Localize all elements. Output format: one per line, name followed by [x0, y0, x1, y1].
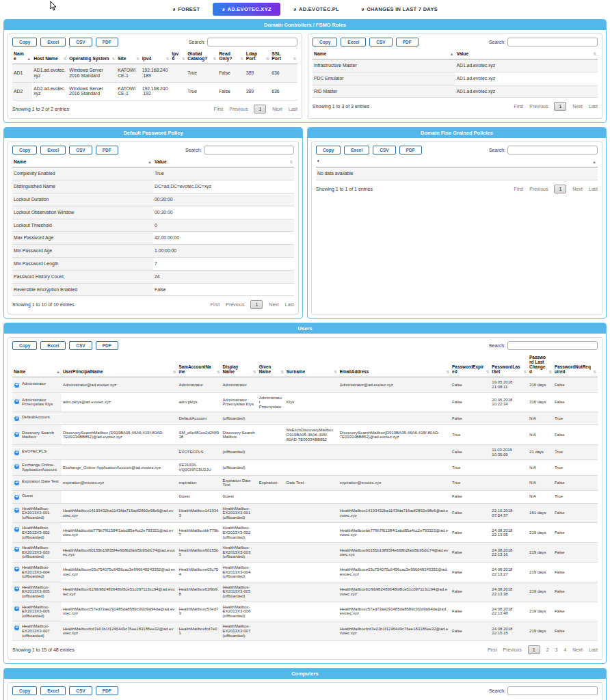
pdf-button[interactable]: PDF	[399, 146, 422, 154]
pagination-next[interactable]: Next	[572, 647, 582, 652]
pagination-previous[interactable]: Previous	[529, 104, 548, 109]
csv-button[interactable]: CSV	[369, 38, 392, 46]
column-header[interactable]: PasswordLastSet⇅	[490, 353, 528, 377]
excel-button[interactable]: Excel	[40, 686, 66, 695]
expand-row-icon[interactable]: +	[14, 507, 20, 513]
copy-button[interactable]: Copy	[12, 686, 37, 695]
expand-row-icon[interactable]: +	[14, 399, 20, 405]
search-input[interactable]	[507, 341, 598, 350]
pagination-page[interactable]: 1	[254, 105, 266, 113]
column-header[interactable]: Given Name⇅	[258, 353, 285, 377]
column-header[interactable]: PasswordNotRequired⇅	[553, 353, 598, 377]
pagination-next[interactable]: Next	[572, 104, 582, 109]
expand-row-icon[interactable]: +	[14, 431, 20, 438]
column-header[interactable]: Name▲	[12, 353, 62, 377]
pagination-page[interactable]: 2	[546, 647, 549, 652]
pagination-first[interactable]: First	[214, 107, 224, 111]
pagination-previous[interactable]: Previous	[226, 302, 244, 307]
column-header[interactable]: Display Name⇅	[222, 353, 258, 377]
pdf-button[interactable]: PDF	[96, 146, 118, 154]
pagination-last[interactable]: Last	[289, 107, 297, 111]
csv-button[interactable]: CSV	[69, 686, 92, 695]
csv-button[interactable]: CSV	[69, 146, 92, 154]
expand-row-icon[interactable]: +	[14, 546, 20, 552]
column-header[interactable]: Surname⇅	[285, 353, 339, 377]
column-header[interactable]: Read Only?⇅	[217, 49, 245, 64]
excel-button[interactable]: Excel	[341, 38, 366, 46]
copy-button[interactable]: Copy	[313, 38, 337, 46]
pagination-previous[interactable]: Previous	[529, 187, 548, 191]
expand-row-icon[interactable]: +	[14, 625, 20, 631]
column-header[interactable]: Ipv4⇅	[141, 49, 171, 64]
tab-changes-in-last-7-days[interactable]: ◕CHANGES IN LAST 7 DAYS	[352, 3, 447, 16]
column-header[interactable]: SSL Port⇅	[270, 49, 297, 64]
expand-row-icon[interactable]: +	[14, 586, 20, 592]
column-header[interactable]: EmailAddress⇅	[339, 353, 451, 377]
column-header[interactable]: Global Catalog?⇅	[186, 49, 217, 64]
column-header[interactable]: *▲	[316, 157, 598, 167]
column-header[interactable]: Name▲	[12, 157, 153, 167]
search-input[interactable]	[507, 146, 598, 154]
column-header[interactable]: Operating System⇅	[68, 49, 116, 64]
expand-row-icon[interactable]: +	[14, 606, 20, 612]
excel-button[interactable]: Excel	[344, 146, 369, 154]
column-header[interactable]: Value⇅	[455, 49, 598, 59]
tab-forest[interactable]: ◕FOREST	[163, 3, 209, 16]
column-header[interactable]: UserPrincipalName⇅	[62, 353, 178, 377]
expand-row-icon[interactable]: +	[14, 382, 20, 388]
excel-button[interactable]: Excel	[40, 38, 66, 46]
column-header[interactable]: Value⇅	[153, 157, 294, 167]
tab-ad-evotec-pl[interactable]: ◕AD.EVOTEC.PL	[284, 3, 348, 16]
expand-row-icon[interactable]: +	[14, 526, 20, 533]
search-input[interactable]	[507, 686, 598, 695]
pagination-page[interactable]: 1	[250, 300, 263, 309]
pagination-previous[interactable]: Previous	[229, 107, 248, 111]
pagination-first[interactable]: First	[211, 302, 220, 307]
pagination-page[interactable]: 3	[555, 647, 558, 652]
pagination-first[interactable]: First	[514, 187, 524, 191]
column-header[interactable]: Site⇅	[116, 49, 140, 64]
search-input[interactable]	[204, 146, 294, 154]
csv-button[interactable]: CSV	[69, 38, 92, 46]
csv-button[interactable]: CSV	[69, 341, 92, 350]
pagination-previous[interactable]: Previous	[503, 647, 522, 652]
expand-row-icon[interactable]: +	[14, 494, 20, 500]
pagination-next[interactable]: Next	[269, 302, 278, 307]
pagination-page[interactable]: 1	[528, 645, 540, 654]
pagination-last[interactable]: Last	[589, 104, 598, 109]
pagination-page[interactable]: 4	[563, 647, 566, 652]
column-header[interactable]: Ldap Port⇅	[245, 49, 271, 64]
search-input[interactable]	[507, 38, 598, 46]
pagination-page[interactable]: 1	[554, 102, 566, 111]
tab-ad-evotec-xyz[interactable]: ◕AD.EVOTEC.XYZ	[213, 3, 280, 16]
expand-row-icon[interactable]: +	[14, 416, 20, 422]
expand-row-icon[interactable]: +	[14, 480, 20, 486]
copy-button[interactable]: Copy	[12, 341, 37, 350]
pdf-button[interactable]: PDF	[96, 686, 118, 695]
column-header[interactable]: Host Name⇅	[32, 49, 68, 64]
column-header[interactable]: Name▲	[12, 49, 32, 64]
column-header[interactable]: Name▲	[313, 49, 455, 59]
copy-button[interactable]: Copy	[316, 146, 341, 154]
pagination-first[interactable]: First	[488, 647, 497, 652]
pagination-first[interactable]: First	[514, 104, 524, 109]
pagination-last[interactable]: Last	[589, 187, 598, 191]
search-input[interactable]	[207, 38, 297, 46]
expand-row-icon[interactable]: +	[14, 566, 20, 572]
column-header[interactable]: Ipv6⇅	[170, 49, 186, 64]
pagination-last[interactable]: Last	[589, 647, 598, 652]
pagination-next[interactable]: Next	[272, 107, 282, 111]
expand-row-icon[interactable]: +	[14, 450, 20, 456]
pagination-next[interactable]: Next	[572, 187, 582, 191]
pagination-last[interactable]: Last	[285, 302, 294, 307]
column-header[interactable]: PasswordExpired⇅	[451, 353, 490, 377]
copy-button[interactable]: Copy	[12, 38, 37, 46]
column-header[interactable]: Password Last Changed⇅	[528, 353, 553, 377]
pdf-button[interactable]: PDF	[96, 341, 118, 350]
excel-button[interactable]: Excel	[40, 341, 66, 350]
copy-button[interactable]: Copy	[12, 146, 37, 154]
column-header[interactable]: SamAccountName⇅	[177, 353, 221, 377]
excel-button[interactable]: Excel	[40, 146, 66, 154]
csv-button[interactable]: CSV	[373, 146, 395, 154]
pagination-page[interactable]: 1	[554, 185, 566, 193]
